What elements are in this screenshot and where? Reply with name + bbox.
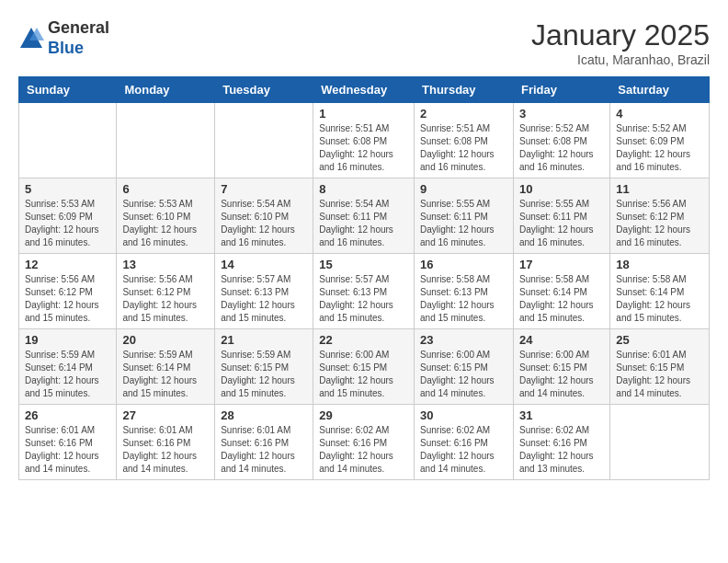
day-number: 23 <box>420 333 507 347</box>
day-number: 30 <box>420 408 507 422</box>
logo-text: General Blue <box>48 18 109 58</box>
day-info: Sunrise: 5:55 AM Sunset: 6:11 PM Dayligh… <box>519 198 604 249</box>
calendar-cell: 28Sunrise: 6:01 AM Sunset: 6:16 PM Dayli… <box>215 405 313 480</box>
calendar-week-2: 5Sunrise: 5:53 AM Sunset: 6:09 PM Daylig… <box>19 178 710 254</box>
day-number: 4 <box>616 107 703 121</box>
logo-blue-label: Blue <box>48 39 109 59</box>
calendar-week-1: 1Sunrise: 5:51 AM Sunset: 6:08 PM Daylig… <box>19 103 710 178</box>
day-info: Sunrise: 5:58 AM Sunset: 6:13 PM Dayligh… <box>420 273 507 325</box>
calendar-cell: 11Sunrise: 5:56 AM Sunset: 6:12 PM Dayli… <box>610 178 710 254</box>
calendar-cell: 1Sunrise: 5:51 AM Sunset: 6:08 PM Daylig… <box>313 103 415 178</box>
day-info: Sunrise: 5:59 AM Sunset: 6:15 PM Dayligh… <box>221 349 307 400</box>
calendar-cell <box>610 405 710 480</box>
day-header-tuesday: Tuesday <box>215 77 313 103</box>
day-header-wednesday: Wednesday <box>313 77 415 103</box>
calendar-cell: 21Sunrise: 5:59 AM Sunset: 6:15 PM Dayli… <box>215 329 313 405</box>
day-number: 10 <box>519 182 604 196</box>
day-info: Sunrise: 5:53 AM Sunset: 6:09 PM Dayligh… <box>25 198 110 249</box>
calendar-cell: 10Sunrise: 5:55 AM Sunset: 6:11 PM Dayli… <box>513 178 609 254</box>
title-section: January 2025 Icatu, Maranhao, Brazil <box>531 18 710 67</box>
calendar-cell: 22Sunrise: 6:00 AM Sunset: 6:15 PM Dayli… <box>313 329 415 405</box>
day-info: Sunrise: 5:54 AM Sunset: 6:10 PM Dayligh… <box>221 198 307 249</box>
calendar-cell: 25Sunrise: 6:01 AM Sunset: 6:15 PM Dayli… <box>610 329 710 405</box>
calendar-cell: 13Sunrise: 5:56 AM Sunset: 6:12 PM Dayli… <box>117 254 215 329</box>
day-number: 7 <box>221 182 307 196</box>
day-info: Sunrise: 5:59 AM Sunset: 6:14 PM Dayligh… <box>25 349 110 400</box>
logo: General Blue <box>18 18 109 58</box>
day-number: 27 <box>122 408 209 422</box>
calendar-cell <box>19 103 117 178</box>
day-info: Sunrise: 5:56 AM Sunset: 6:12 PM Dayligh… <box>616 198 703 249</box>
page-header: General Blue January 2025 Icatu, Maranha… <box>18 18 710 67</box>
calendar-header-row: SundayMondayTuesdayWednesdayThursdayFrid… <box>19 77 710 103</box>
day-number: 14 <box>221 258 307 271</box>
calendar-cell: 24Sunrise: 6:00 AM Sunset: 6:15 PM Dayli… <box>513 329 609 405</box>
day-info: Sunrise: 6:01 AM Sunset: 6:15 PM Dayligh… <box>616 349 703 400</box>
day-number: 21 <box>221 333 307 347</box>
logo-icon <box>18 26 44 52</box>
day-info: Sunrise: 6:01 AM Sunset: 6:16 PM Dayligh… <box>25 424 110 476</box>
day-header-thursday: Thursday <box>415 77 514 103</box>
day-info: Sunrise: 6:02 AM Sunset: 6:16 PM Dayligh… <box>420 424 507 476</box>
day-header-friday: Friday <box>513 77 609 103</box>
day-number: 15 <box>319 258 408 271</box>
day-number: 25 <box>616 333 703 347</box>
day-info: Sunrise: 6:01 AM Sunset: 6:16 PM Dayligh… <box>122 424 209 476</box>
day-info: Sunrise: 5:57 AM Sunset: 6:13 PM Dayligh… <box>319 273 408 325</box>
day-info: Sunrise: 5:56 AM Sunset: 6:12 PM Dayligh… <box>25 273 110 325</box>
day-info: Sunrise: 5:51 AM Sunset: 6:08 PM Dayligh… <box>420 122 507 174</box>
day-number: 3 <box>519 107 604 121</box>
calendar-cell: 4Sunrise: 5:52 AM Sunset: 6:09 PM Daylig… <box>610 103 710 178</box>
calendar-cell: 7Sunrise: 5:54 AM Sunset: 6:10 PM Daylig… <box>215 178 313 254</box>
day-number: 13 <box>122 258 209 271</box>
day-info: Sunrise: 5:51 AM Sunset: 6:08 PM Dayligh… <box>319 122 408 174</box>
calendar-cell: 19Sunrise: 5:59 AM Sunset: 6:14 PM Dayli… <box>19 329 117 405</box>
day-header-monday: Monday <box>117 77 215 103</box>
calendar-cell: 5Sunrise: 5:53 AM Sunset: 6:09 PM Daylig… <box>19 178 117 254</box>
day-number: 5 <box>25 182 110 196</box>
day-info: Sunrise: 5:58 AM Sunset: 6:14 PM Dayligh… <box>616 273 703 325</box>
day-number: 31 <box>519 408 604 422</box>
day-info: Sunrise: 5:55 AM Sunset: 6:11 PM Dayligh… <box>420 198 507 249</box>
day-number: 19 <box>25 333 110 347</box>
day-number: 2 <box>420 107 507 121</box>
day-number: 12 <box>25 258 110 271</box>
day-info: Sunrise: 5:52 AM Sunset: 6:08 PM Dayligh… <box>519 122 604 174</box>
calendar-cell: 29Sunrise: 6:02 AM Sunset: 6:16 PM Dayli… <box>313 405 415 480</box>
calendar-cell: 9Sunrise: 5:55 AM Sunset: 6:11 PM Daylig… <box>415 178 514 254</box>
day-number: 29 <box>319 408 408 422</box>
day-number: 8 <box>319 182 408 196</box>
day-number: 6 <box>122 182 209 196</box>
day-info: Sunrise: 6:00 AM Sunset: 6:15 PM Dayligh… <box>420 349 507 400</box>
day-info: Sunrise: 5:57 AM Sunset: 6:13 PM Dayligh… <box>221 273 307 325</box>
day-number: 22 <box>319 333 408 347</box>
calendar-week-4: 19Sunrise: 5:59 AM Sunset: 6:14 PM Dayli… <box>19 329 710 405</box>
day-number: 16 <box>420 258 507 271</box>
calendar-cell: 2Sunrise: 5:51 AM Sunset: 6:08 PM Daylig… <box>415 103 514 178</box>
calendar-cell: 15Sunrise: 5:57 AM Sunset: 6:13 PM Dayli… <box>313 254 415 329</box>
day-number: 24 <box>519 333 604 347</box>
day-info: Sunrise: 5:58 AM Sunset: 6:14 PM Dayligh… <box>519 273 604 325</box>
day-info: Sunrise: 5:59 AM Sunset: 6:14 PM Dayligh… <box>122 349 209 400</box>
day-number: 1 <box>319 107 408 121</box>
day-number: 9 <box>420 182 507 196</box>
day-info: Sunrise: 5:56 AM Sunset: 6:12 PM Dayligh… <box>122 273 209 325</box>
calendar-cell: 30Sunrise: 6:02 AM Sunset: 6:16 PM Dayli… <box>415 405 514 480</box>
day-header-saturday: Saturday <box>610 77 710 103</box>
calendar-cell: 27Sunrise: 6:01 AM Sunset: 6:16 PM Dayli… <box>117 405 215 480</box>
day-info: Sunrise: 6:01 AM Sunset: 6:16 PM Dayligh… <box>221 424 307 476</box>
calendar-cell: 18Sunrise: 5:58 AM Sunset: 6:14 PM Dayli… <box>610 254 710 329</box>
day-number: 11 <box>616 182 703 196</box>
day-header-sunday: Sunday <box>19 77 117 103</box>
calendar-table: SundayMondayTuesdayWednesdayThursdayFrid… <box>18 76 710 480</box>
day-info: Sunrise: 6:00 AM Sunset: 6:15 PM Dayligh… <box>519 349 604 400</box>
logo-general-label: General <box>48 18 109 39</box>
calendar-cell <box>215 103 313 178</box>
calendar-cell <box>117 103 215 178</box>
day-info: Sunrise: 6:02 AM Sunset: 6:16 PM Dayligh… <box>519 424 604 476</box>
month-title: January 2025 <box>531 18 710 52</box>
calendar-cell: 20Sunrise: 5:59 AM Sunset: 6:14 PM Dayli… <box>117 329 215 405</box>
calendar-week-5: 26Sunrise: 6:01 AM Sunset: 6:16 PM Dayli… <box>19 405 710 480</box>
day-number: 26 <box>25 408 110 422</box>
calendar-cell: 12Sunrise: 5:56 AM Sunset: 6:12 PM Dayli… <box>19 254 117 329</box>
